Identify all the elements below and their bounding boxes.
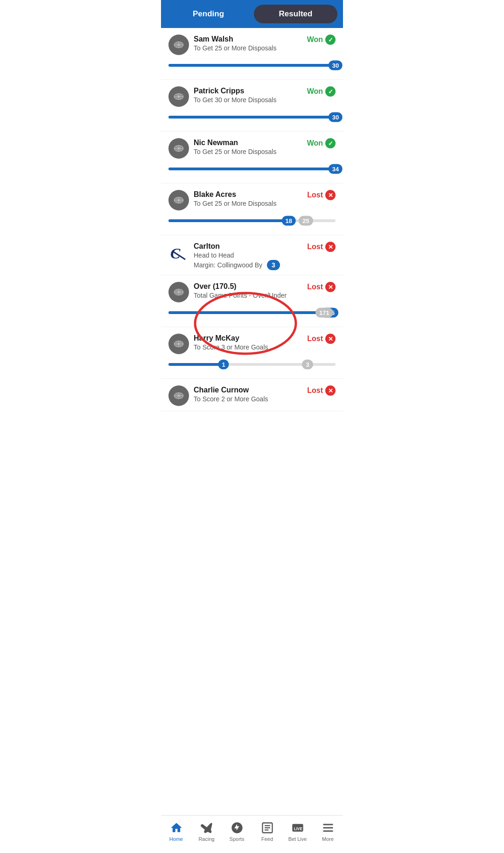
bet-item-nic-newman: Nic Newman To Get 25 or More Disposals W… [161, 132, 343, 183]
bet-item-over-170: Over (170.5) Total Game Points - Over/Un… [161, 275, 343, 327]
player-name-harry-mckay: Harry McKay [194, 334, 307, 343]
bet-desc-sam-walsh: To Get 25 or More Disposals [194, 44, 307, 52]
player-name-charlie-curnow: Charlie Curnow [194, 385, 307, 394]
progress-blake-acres: 18 25 [168, 214, 336, 227]
tab-resulted[interactable]: Resulted [254, 5, 337, 23]
player-name-blake-acres: Blake Acres [194, 190, 307, 199]
bet-desc-nic-newman: To Get 25 or More Disposals [194, 148, 307, 155]
player-name-nic-newman: Nic Newman [194, 138, 307, 147]
sport-icon-charlie-curnow [168, 385, 189, 406]
status-patrick-cripps: Won ✓ [307, 86, 336, 97]
lost-icon-charlie-curnow: ✕ [325, 385, 336, 396]
bet-desc-over-170: Total Game Points - Over/Under [194, 292, 307, 299]
progress-over-170: 165 171 [168, 306, 336, 319]
player-name-carlton: Carlton [194, 242, 307, 251]
won-icon-patrick-cripps: ✓ [325, 86, 336, 97]
progress-nic-newman: 34 [168, 162, 336, 175]
sport-icon-nic-newman [168, 138, 189, 159]
margin-badge-carlton: 3 [267, 260, 280, 270]
bet-item-blake-acres: Blake Acres To Get 25 or More Disposals … [161, 183, 343, 235]
sport-icon-over-170 [168, 282, 189, 302]
progress-harry-mckay: 1 3 [168, 358, 336, 371]
tab-pending[interactable]: Pending [167, 5, 250, 23]
lost-icon-over-170: ✕ [325, 282, 336, 292]
sport-icon-harry-mckay [168, 334, 189, 354]
sport-icon-sam-walsh [168, 35, 189, 55]
status-harry-mckay: Lost ✕ [307, 334, 336, 344]
header-tabs: Pending Resulted [161, 0, 343, 28]
bet-item-harry-mckay: Harry McKay To Score 3 or More Goals Los… [161, 327, 343, 379]
football-icon [173, 142, 185, 154]
status-carlton: Lost ✕ [307, 242, 336, 252]
bet-item-carlton: C Carlton Head to Head Margin: Collingwo… [161, 235, 343, 275]
bet-item-patrick-cripps: Patrick Cripps To Get 30 or More Disposa… [161, 80, 343, 132]
progress-sam-walsh: 30 [168, 59, 336, 72]
bet-extra-carlton: Margin: Collingwood By 3 [194, 260, 307, 270]
player-name-sam-walsh: Sam Walsh [194, 35, 307, 43]
football-icon [173, 39, 185, 51]
player-name-over-170: Over (170.5) [194, 282, 307, 291]
lost-icon-carlton: ✕ [325, 242, 336, 252]
status-charlie-curnow: Lost ✕ [307, 385, 336, 396]
status-blake-acres: Lost ✕ [307, 190, 336, 200]
status-sam-walsh: Won ✓ [307, 35, 336, 45]
football-icon [173, 390, 185, 402]
lost-icon-harry-mckay: ✕ [325, 334, 336, 344]
sport-icon-blake-acres [168, 190, 189, 210]
football-icon [173, 286, 185, 298]
player-name-patrick-cripps: Patrick Cripps [194, 86, 307, 95]
lost-icon-blake-acres: ✕ [325, 190, 336, 200]
bet-desc-patrick-cripps: To Get 30 or More Disposals [194, 96, 307, 104]
progress-patrick-cripps: 30 [168, 111, 336, 124]
carlton-logo: C [168, 242, 189, 262]
sport-icon-patrick-cripps [168, 86, 189, 107]
status-nic-newman: Won ✓ [307, 138, 336, 148]
bet-list: Sam Walsh To Get 25 or More Disposals Wo… [161, 28, 343, 448]
bet-item-charlie-curnow: Charlie Curnow To Score 2 or More Goals … [161, 379, 343, 411]
bet-item-sam-walsh: Sam Walsh To Get 25 or More Disposals Wo… [161, 28, 343, 80]
won-icon-nic-newman: ✓ [325, 138, 336, 148]
football-icon [173, 91, 185, 103]
football-icon [173, 338, 185, 350]
won-icon-sam-walsh: ✓ [325, 35, 336, 45]
status-over-170: Lost ✕ [307, 282, 336, 292]
bet-desc-carlton: Head to Head [194, 252, 307, 259]
football-icon [173, 194, 185, 206]
bet-desc-blake-acres: To Get 25 or More Disposals [194, 200, 307, 207]
carlton-team-icon: C [168, 242, 189, 262]
bet-desc-harry-mckay: To Score 3 or More Goals [194, 343, 307, 351]
bet-desc-charlie-curnow: To Score 2 or More Goals [194, 395, 307, 403]
